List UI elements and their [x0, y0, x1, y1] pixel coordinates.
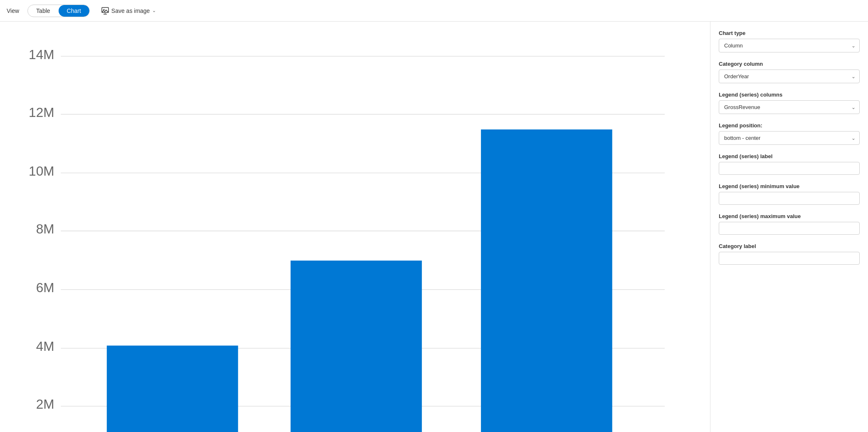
svg-text:12M: 12M [29, 105, 54, 120]
bar-2020 [291, 261, 422, 432]
toolbar: View Table Chart Save as image ⌄ [0, 0, 868, 22]
sidebar: Chart type Column Bar Line Pie Area ⌄ Ca… [710, 22, 868, 432]
svg-text:4M: 4M [36, 339, 54, 354]
save-image-chevron-icon: ⌄ [152, 8, 156, 13]
chart-type-dropdown-wrapper: Column Bar Line Pie Area ⌄ [719, 39, 860, 52]
legend-series-min-input[interactable] [719, 192, 860, 205]
legend-series-label-input[interactable] [719, 162, 860, 175]
legend-series-columns-section: Legend (series) columns GrossRevenue ⌄ [719, 92, 860, 114]
legend-position-label: Legend position: [719, 122, 860, 129]
bar-2019 [107, 345, 238, 432]
chart-view-button[interactable]: Chart [59, 5, 89, 17]
save-as-image-button[interactable]: Save as image ⌄ [96, 5, 161, 17]
svg-text:8M: 8M [36, 221, 54, 236]
chart-type-dropdown[interactable]: Column Bar Line Pie Area [719, 39, 860, 52]
chart-area: 0 2M 4M 6M 8M 10M 12M 14M 2019 2020 2021 [0, 22, 710, 432]
save-as-image-label: Save as image [111, 7, 150, 14]
legend-position-dropdown[interactable]: bottom - center top - center left - cent… [719, 131, 860, 145]
category-label-section: Category label [719, 243, 860, 265]
table-view-button[interactable]: Table [28, 5, 58, 17]
legend-series-min-label: Legend (series) minimum value [719, 183, 860, 189]
legend-position-section: Legend position: bottom - center top - c… [719, 122, 860, 145]
legend-series-columns-label: Legend (series) columns [719, 92, 860, 98]
legend-series-max-label: Legend (series) maximum value [719, 213, 860, 219]
chart-container: 0 2M 4M 6M 8M 10M 12M 14M 2019 2020 2021 [8, 30, 698, 432]
svg-text:10M: 10M [29, 164, 54, 179]
chart-type-section: Chart type Column Bar Line Pie Area ⌄ [719, 30, 860, 52]
svg-text:6M: 6M [36, 280, 54, 295]
chart-type-label: Chart type [719, 30, 860, 36]
legend-series-min-section: Legend (series) minimum value [719, 183, 860, 205]
category-column-label: Category column [719, 61, 860, 67]
view-toggle-group: Table Chart [27, 5, 90, 17]
svg-text:14M: 14M [29, 47, 54, 62]
chart-svg: 0 2M 4M 6M 8M 10M 12M 14M 2019 2020 2021 [8, 30, 698, 432]
legend-series-columns-dropdown-wrapper: GrossRevenue ⌄ [719, 100, 860, 114]
main-content: 0 2M 4M 6M 8M 10M 12M 14M 2019 2020 2021 [0, 22, 868, 432]
legend-series-max-section: Legend (series) maximum value [719, 213, 860, 235]
view-label: View [7, 7, 19, 14]
legend-series-label-section: Legend (series) label [719, 153, 860, 175]
category-label-label: Category label [719, 243, 860, 249]
category-column-dropdown-wrapper: OrderYear ⌄ [719, 70, 860, 83]
legend-series-columns-dropdown[interactable]: GrossRevenue [719, 100, 860, 114]
save-image-icon [101, 7, 109, 15]
bar-2021 [481, 129, 612, 432]
svg-text:2M: 2M [36, 397, 54, 412]
category-label-input[interactable] [719, 252, 860, 265]
legend-series-max-input[interactable] [719, 222, 860, 235]
category-column-dropdown[interactable]: OrderYear [719, 70, 860, 83]
legend-position-dropdown-wrapper: bottom - center top - center left - cent… [719, 131, 860, 145]
legend-series-label-label: Legend (series) label [719, 153, 860, 159]
category-column-section: Category column OrderYear ⌄ [719, 61, 860, 83]
